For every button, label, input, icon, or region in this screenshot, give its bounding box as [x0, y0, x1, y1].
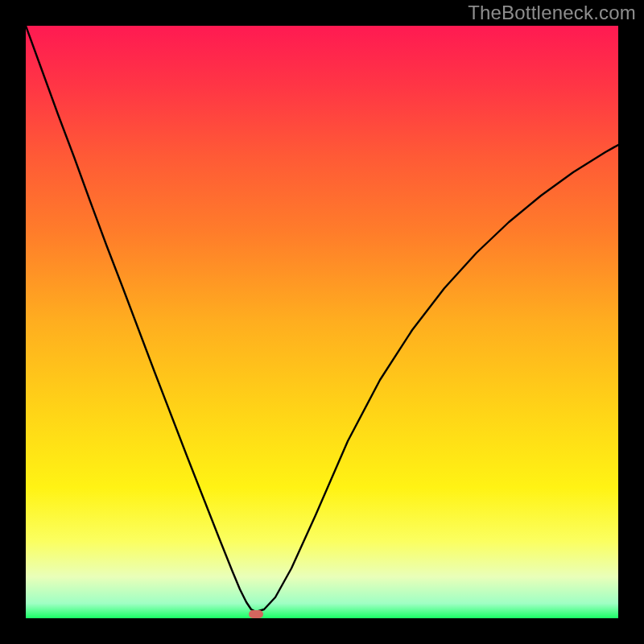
- plot-area: [26, 26, 618, 618]
- optimum-marker: [249, 610, 263, 618]
- watermark-text: TheBottleneck.com: [468, 2, 636, 24]
- chart-frame: TheBottleneck.com: [0, 0, 644, 644]
- gradient-background: [26, 26, 618, 618]
- plot-svg: [26, 26, 618, 618]
